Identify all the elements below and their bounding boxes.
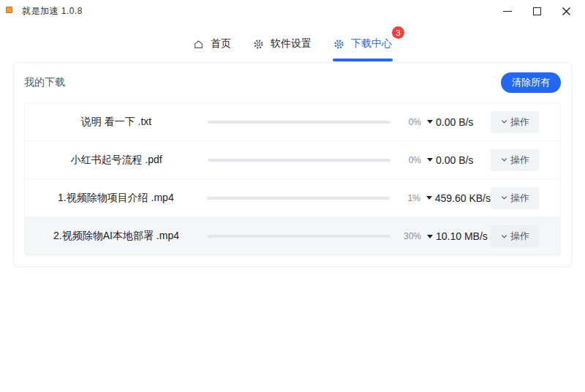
minimize-icon (503, 11, 512, 12)
action-button[interactable]: 操作 (491, 111, 539, 133)
tab-label: 下载中心 (351, 37, 392, 50)
speed-indicator: 10.10 MB/s (427, 230, 488, 242)
tab-settings[interactable]: 软件设置 (252, 33, 312, 55)
chevron-down-icon (500, 156, 508, 164)
speed-value: 0.00 B/s (436, 116, 473, 128)
progress-bar (208, 121, 390, 124)
tab-label: 首页 (211, 37, 231, 50)
chevron-down-icon (500, 194, 508, 202)
file-name: 2.视频除物AI本地部署 .mp4 (25, 230, 208, 243)
download-arrow-icon (427, 120, 433, 124)
download-row: 小红书起号流程 .pdf 0% 0.00 B/s 操作 (25, 141, 560, 179)
nav-tabs: 首页 软件设置 下载中心 3 (0, 31, 585, 57)
progress-bar (208, 159, 390, 162)
active-tab-underline (333, 59, 393, 61)
percent-label: 0% (390, 155, 421, 165)
close-button[interactable] (551, 1, 581, 20)
download-arrow-icon (427, 158, 433, 162)
gear-icon (333, 39, 344, 50)
download-arrow-icon (426, 196, 432, 200)
close-icon (562, 7, 571, 16)
action-button-label: 操作 (510, 230, 529, 243)
progress-bar (208, 235, 390, 238)
tab-download-center[interactable]: 下载中心 3 (333, 33, 393, 55)
app-title: 就是加速 1.0.8 (22, 5, 83, 18)
percent-label: 0% (390, 117, 421, 127)
action-button[interactable]: 操作 (491, 187, 539, 209)
speed-value: 10.10 MB/s (436, 230, 488, 242)
action-button[interactable]: 操作 (491, 149, 539, 171)
file-name: 说明 看一下 .txt (25, 116, 208, 129)
file-name: 小红书起号流程 .pdf (25, 154, 208, 167)
percent-label: 30% (390, 231, 421, 241)
speed-value: 0.00 B/s (436, 154, 473, 166)
window-controls (493, 1, 581, 20)
speed-indicator: 459.60 KB/s (426, 192, 491, 204)
clear-all-button[interactable]: 清除所有 (501, 72, 561, 93)
minimize-button[interactable] (493, 1, 522, 20)
maximize-button[interactable] (522, 1, 551, 20)
progress-bar (207, 197, 390, 200)
action-button-label: 操作 (510, 154, 529, 167)
notification-badge: 3 (392, 26, 404, 39)
download-arrow-icon (427, 235, 433, 238)
file-name: 1.视频除物项目介绍 .mp4 (25, 192, 207, 205)
action-button[interactable]: 操作 (491, 225, 539, 247)
tab-home[interactable]: 首页 (192, 33, 232, 55)
panel-header: 我的下载 清除所有 (14, 63, 571, 102)
download-list: 说明 看一下 .txt 0% 0.00 B/s 操作 小红书起号流程 .pdf … (24, 102, 561, 256)
gear-icon (253, 39, 264, 50)
percent-label: 1% (390, 193, 420, 203)
speed-indicator: 0.00 B/s (427, 154, 473, 166)
speed-indicator: 0.00 B/s (427, 116, 473, 128)
chevron-down-icon (500, 118, 508, 126)
chevron-down-icon (500, 233, 508, 241)
tab-label: 软件设置 (271, 37, 312, 50)
action-button-label: 操作 (510, 192, 529, 205)
home-icon (193, 39, 204, 50)
download-row: 1.视频除物项目介绍 .mp4 1% 459.60 KB/s 操作 (25, 179, 560, 217)
download-row: 说明 看一下 .txt 0% 0.00 B/s 操作 (25, 103, 560, 141)
download-row: 2.视频除物AI本地部署 .mp4 30% 10.10 MB/s 操作 (25, 217, 560, 255)
panel-title: 我的下载 (24, 76, 65, 89)
speed-value: 459.60 KB/s (435, 192, 491, 204)
app-logo-icon (6, 7, 12, 13)
title-bar: 就是加速 1.0.8 (0, 0, 585, 22)
maximize-icon (533, 7, 541, 15)
action-button-label: 操作 (510, 116, 529, 129)
downloads-panel: 我的下载 清除所有 说明 看一下 .txt 0% 0.00 B/s 操作 小红书… (13, 62, 572, 267)
